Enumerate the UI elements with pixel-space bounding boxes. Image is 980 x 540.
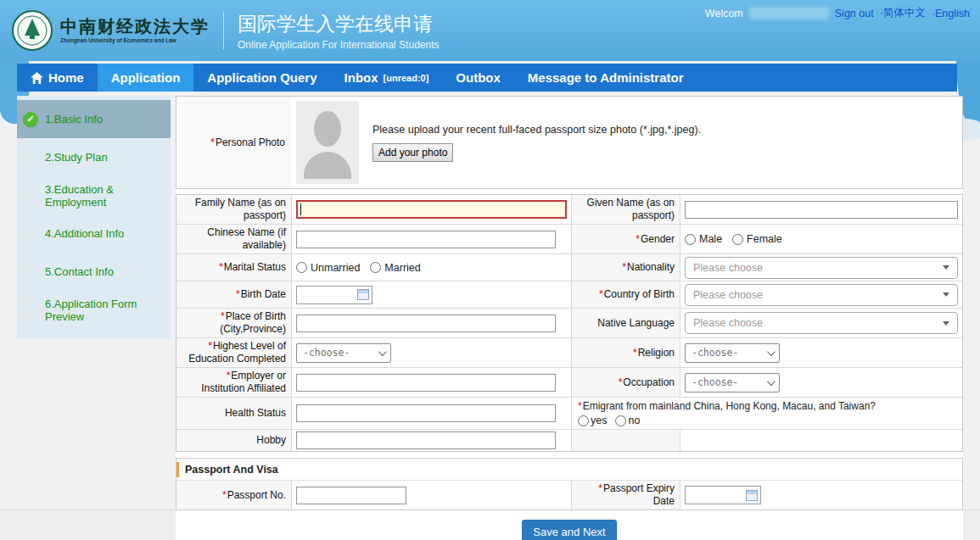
sidebar-item-application-form-preview[interactable]: 6.Application Form Preview (17, 291, 171, 329)
site-title-cn: 国际学生入学在线申请 (238, 11, 439, 37)
dropdown-arrow-icon (943, 292, 949, 297)
dropdown-arrow-icon (943, 321, 949, 326)
birth-date-label: *Birth Date (176, 281, 291, 308)
required-mark: * (578, 400, 582, 412)
nav-item-message-to-administrator[interactable]: Message to Administrator (514, 64, 697, 92)
nav-item-outbox[interactable]: Outbox (442, 64, 514, 92)
nav-item-inbox[interactable]: Inbox [unread:0] (331, 64, 443, 92)
lang-simplified-chinese-link[interactable]: ·简体中文 (880, 6, 926, 20)
marital-status-label: *Marital Status (176, 253, 291, 281)
religion-value: -choose- (692, 347, 738, 359)
nationality-select[interactable]: Please choose (685, 257, 958, 279)
given-name-cell (680, 195, 962, 224)
nav-item-application[interactable]: Application (98, 64, 194, 92)
gender-female-radio[interactable] (732, 234, 743, 245)
religion-select[interactable]: -choose- (685, 343, 780, 363)
save-and-next-button[interactable]: Save and Next (522, 520, 616, 540)
marital-married-radio[interactable] (370, 262, 381, 273)
religion-label: *Religion (571, 337, 680, 367)
sidebar-item-contact-info[interactable]: 5.Contact Info (17, 253, 171, 291)
native-language-placeholder: Please choose (693, 317, 763, 329)
place-of-birth-label: *Place of Birth (City,Province) (176, 308, 291, 337)
add-photo-button[interactable]: Add your photo (372, 143, 453, 162)
country-of-birth-placeholder: Please choose (693, 289, 763, 301)
birth-date-cell (291, 281, 571, 308)
site-title-en: Online Application For International Stu… (238, 39, 439, 51)
form-main: *Personal Photo Please upload your recen… (176, 96, 963, 540)
family-name-label: Family Name (as on passport) (176, 195, 291, 224)
university-name-en: Zhongnan University of Economics and Law (60, 37, 210, 43)
calendar-icon[interactable] (357, 289, 369, 300)
emigrant-question: Emigrant from mainland China, Hong Kong,… (583, 400, 876, 412)
employer-input[interactable] (296, 374, 556, 392)
highest-education-select[interactable]: -choose- (296, 343, 391, 363)
gender-male-radio[interactable] (685, 234, 696, 245)
health-status-input[interactable] (296, 404, 556, 422)
country-of-birth-cell: Please choose (680, 281, 962, 308)
given-name-input[interactable] (685, 201, 958, 219)
native-language-select[interactable]: Please choose (685, 312, 958, 334)
user-links: Welcom Sign out ·简体中文 ·English (705, 6, 970, 20)
calendar-icon[interactable] (746, 490, 758, 501)
emigrant-yes-label: yes (591, 415, 607, 426)
banner-divider (223, 12, 224, 49)
given-name-label: Given Name (as on passport) (571, 195, 680, 224)
family-name-input[interactable] (296, 200, 567, 219)
passport-expiry-input[interactable] (685, 486, 761, 504)
gender-male-label: Male (699, 233, 722, 245)
sidebar-item-study-plan[interactable]: 2.Study Plan (17, 138, 171, 176)
nationality-cell: Please choose (680, 253, 962, 281)
hobby-input[interactable] (296, 431, 556, 449)
chinese-name-input[interactable] (296, 231, 556, 248)
sidebar-item-label: 2.Study Plan (45, 151, 108, 164)
passport-expiry-label: *Passport Expiry Date (571, 481, 680, 509)
occupation-cell: -choose- (680, 367, 962, 397)
nav-item-application-query[interactable]: Application Query (193, 64, 330, 92)
marital-unmarried-radio[interactable] (296, 262, 307, 273)
emigrant-yes-radio[interactable] (578, 415, 589, 426)
occupation-value: -choose- (692, 376, 738, 388)
university-name: 中南财经政法大学 Zhongnan University of Economic… (60, 17, 210, 43)
lang-english-link[interactable]: ·English (932, 8, 970, 19)
step-complete-check-icon: ✓ (23, 112, 38, 127)
nav-item-home-label: Home (48, 70, 84, 85)
select-chevron-icon (378, 348, 387, 356)
empty-label-cell (571, 429, 680, 451)
nav-item-home[interactable]: Home (17, 64, 98, 92)
dropdown-arrow-icon (943, 265, 949, 270)
gender-label: *Gender (571, 224, 680, 253)
home-icon (31, 72, 43, 84)
occupation-select[interactable]: -choose- (685, 373, 780, 392)
birth-date-input[interactable] (296, 286, 372, 304)
native-language-cell: Please choose (680, 308, 962, 337)
highest-education-label: *Highest Level of Education Completed (176, 337, 291, 367)
personal-photo-panel: *Personal Photo Please upload your recen… (176, 96, 963, 189)
native-language-label: Native Language (571, 308, 680, 337)
health-status-cell (291, 397, 571, 429)
university-seal-icon (12, 10, 53, 51)
university-name-cn: 中南财经政法大学 (60, 17, 210, 36)
country-of-birth-select[interactable]: Please choose (685, 284, 958, 306)
save-row: Save and Next (176, 510, 963, 540)
sidebar-item-label: 6.Application Form Preview (45, 298, 171, 323)
emigrant-no-radio[interactable] (615, 415, 626, 426)
place-of-birth-input[interactable] (296, 315, 556, 332)
personal-photo-label: *Personal Photo (176, 97, 291, 188)
sidebar-item-education-employment[interactable]: 3.Education & Employment (17, 176, 171, 214)
place-of-birth-cell (291, 308, 571, 337)
nav-item-inbox-label: Inbox (344, 70, 378, 85)
sign-out-link[interactable]: Sign out (835, 8, 874, 19)
nav-item-application-label: Application (111, 70, 181, 85)
sidebar-item-additional-info[interactable]: 4.Additional Info (17, 214, 171, 253)
site-title: 国际学生入学在线申请 Online Application For Intern… (238, 11, 439, 51)
passport-section-title: Passport And Visa (185, 464, 278, 476)
photo-instruction-text: Please upload your recent full-faced pas… (372, 124, 701, 136)
nationality-label: *Nationality (571, 253, 680, 281)
sidebar-item-label: 4.Additional Info (45, 227, 124, 240)
passport-no-input[interactable] (296, 487, 406, 504)
health-status-label: Health Status (176, 397, 291, 429)
chinese-name-label: Chinese Name (if available) (176, 224, 291, 253)
passport-no-cell (291, 481, 571, 509)
hobby-label: Hobby (176, 429, 291, 451)
sidebar-item-basic-info[interactable]: ✓ 1.Basic Info (17, 100, 171, 138)
